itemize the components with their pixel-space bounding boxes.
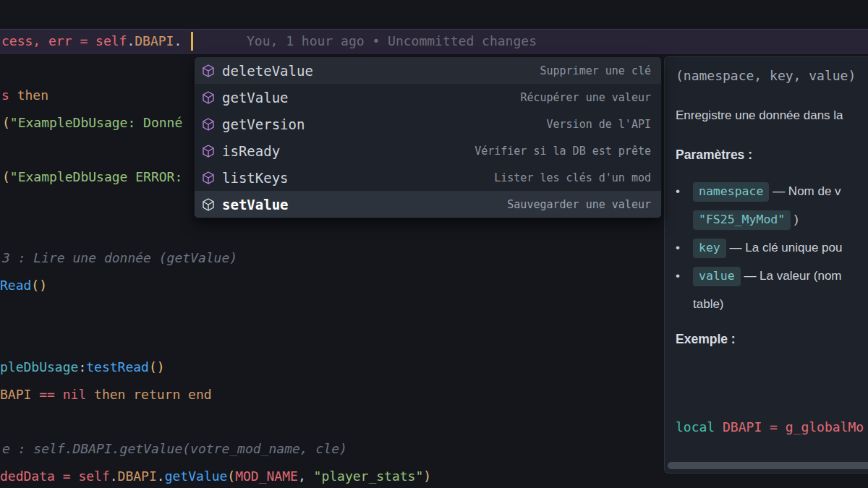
- param-chip: "FS25_MyMod": [693, 210, 791, 230]
- suggest-item-setValue-selected[interactable]: setValue Sauvegarder une valeur: [195, 191, 661, 218]
- suggest-item-deleteValue[interactable]: deleteValue Supprimer une clé: [195, 57, 661, 84]
- method-icon: [201, 144, 216, 158]
- bullet-icon: •: [676, 262, 693, 318]
- param-text: ): [791, 213, 798, 226]
- suggest-item-description: Vérifier si la DB est prête: [475, 145, 661, 158]
- method-icon: [201, 64, 216, 78]
- code-line: BAPI == nil then return end: [0, 381, 212, 408]
- param-namespace: • namespace — Nom de v "FS25_MyMod" ): [676, 177, 868, 234]
- param-text: — Nom de v: [769, 184, 841, 198]
- example-heading: Exemple :: [676, 332, 868, 347]
- params-heading: Paramètres :: [676, 147, 868, 163]
- bullet-icon: •: [676, 177, 693, 234]
- code-line: dedData = self.DBAPI.getValue(MOD_NAME, …: [0, 463, 431, 488]
- git-blame-annotation: You, 1 hour ago • Uncommitted changes: [247, 30, 537, 52]
- autocomplete-dropdown: deleteValue Supprimer une clé getValue R…: [194, 56, 662, 218]
- suggest-item-getVersion[interactable]: getVersion Version de l'API: [195, 111, 661, 137]
- code-line: Read(): [0, 272, 47, 299]
- bullet-icon: •: [676, 234, 693, 262]
- suggest-item-listKeys[interactable]: listKeys Lister les clés d'un mod: [195, 164, 661, 191]
- method-icon: [201, 171, 216, 185]
- suggest-item-description: Lister les clés d'un mod: [494, 171, 661, 184]
- param-chip: namespace: [693, 182, 769, 202]
- example-code-line: local DBAPI = g_globalMo: [676, 414, 868, 441]
- suggest-item-description: Sauvegarder une valeur: [507, 198, 661, 211]
- suggest-docs-panel: (namespace, key, value) Enregistre une d…: [664, 56, 868, 474]
- text-cursor: [191, 32, 193, 51]
- horizontal-scrollbar[interactable]: [668, 462, 868, 469]
- suggest-item-label: listKeys: [222, 170, 289, 186]
- param-chip: value: [693, 267, 741, 286]
- param-value: • value — La valeur (nom table): [676, 262, 868, 318]
- code-line: ("ExampleDbUsage: Donné: [2, 109, 182, 136]
- method-icon: [201, 117, 216, 132]
- example-code-block: local DBAPI = g_globalMo local ok, err =…: [676, 359, 868, 474]
- method-icon: [201, 197, 216, 212]
- suggest-item-isReady[interactable]: isReady Vérifier si la DB est prête: [195, 137, 661, 164]
- method-signature: (namespace, key, value): [676, 67, 868, 85]
- suggest-item-label: getValue: [222, 90, 289, 106]
- suggest-item-label: deleteValue: [222, 63, 313, 79]
- params-list: • namespace — Nom de v "FS25_MyMod" ) • …: [676, 177, 868, 318]
- param-text: — La valeur (nom: [741, 269, 842, 283]
- suggest-item-description: Récupérer une valeur: [520, 91, 661, 104]
- code-line: cess, err = self.DBAPI.: [1, 27, 182, 54]
- code-line: 3 : Lire une donnée (getValue): [2, 244, 237, 271]
- suggest-item-description: Version de l'API: [547, 118, 662, 131]
- suggest-item-getValue[interactable]: getValue Récupérer une valeur: [195, 84, 661, 111]
- param-text: table): [693, 297, 724, 311]
- suggest-item-label: getVersion: [222, 116, 305, 132]
- param-text: — La clé unique pou: [726, 241, 843, 254]
- method-description: Enregistre une donnée dans la: [676, 108, 868, 124]
- param-key: • key — La clé unique pou: [676, 234, 868, 262]
- method-icon: [201, 90, 216, 105]
- param-chip: key: [693, 239, 726, 258]
- suggest-item-label: isReady: [222, 143, 280, 159]
- code-line: s then: [1, 82, 48, 108]
- suggest-item-description: Supprimer une clé: [540, 64, 661, 77]
- code-line: e : self.DBAPI.getValue(votre_mod_name, …: [2, 435, 347, 462]
- suggest-item-label: setValue: [222, 197, 289, 213]
- code-line: ("ExampleDbUsage ERROR:: [2, 163, 182, 190]
- code-line: pleDbUsage:testRead(): [0, 354, 165, 380]
